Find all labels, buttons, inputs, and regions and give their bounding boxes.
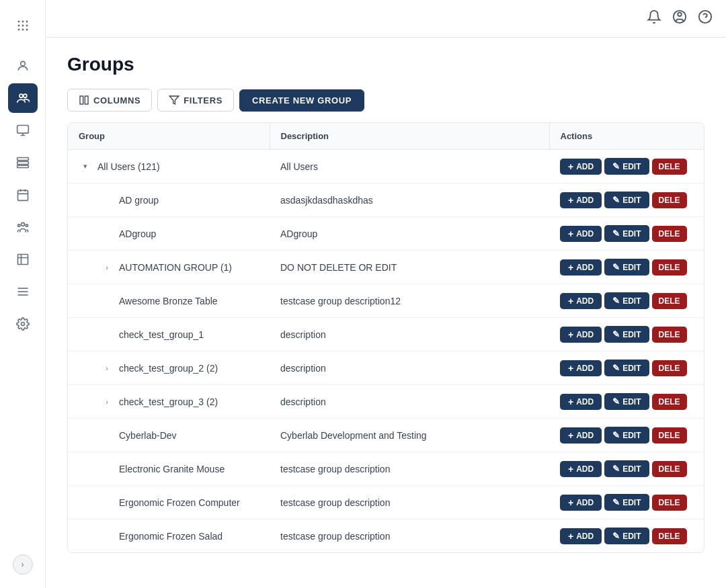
- columns-button[interactable]: COLUMNS: [67, 89, 152, 112]
- delete-button[interactable]: DELE: [652, 259, 687, 276]
- group-cell: Awesome Bronze Table: [79, 296, 259, 306]
- expand-icon[interactable]: ›: [100, 261, 114, 274]
- svg-rect-29: [80, 96, 83, 104]
- actions-cell: + ADD✎ EDITDELE: [560, 259, 693, 276]
- table-row: ADgroupADgroup+ ADD✎ EDITDELE: [68, 217, 704, 251]
- group-name: Cyberlab-Dev: [119, 430, 177, 441]
- svg-rect-30: [85, 96, 88, 104]
- actions-cell: + ADD✎ EDITDELE: [560, 192, 693, 208]
- table-row: ›AUTOMATION GROUP (1)DO NOT DELETE OR ED…: [68, 251, 704, 284]
- group-name: check_test_group_2 (2): [119, 363, 218, 374]
- sidebar: ›: [0, 0, 46, 588]
- edit-button[interactable]: ✎ EDIT: [604, 326, 649, 343]
- edit-button[interactable]: ✎ EDIT: [604, 460, 649, 477]
- actions-cell: + ADD✎ EDITDELE: [560, 158, 693, 175]
- add-button[interactable]: + ADD: [560, 461, 602, 477]
- sidebar-item-settings[interactable]: [8, 309, 38, 339]
- actions-cell: + ADD✎ EDITDELE: [560, 225, 693, 242]
- add-button[interactable]: + ADD: [560, 427, 602, 444]
- add-button[interactable]: + ADD: [560, 192, 602, 208]
- sidebar-collapse-button[interactable]: ›: [13, 554, 33, 575]
- sidebar-item-list[interactable]: [8, 277, 38, 306]
- delete-button[interactable]: DELE: [652, 159, 687, 175]
- group-name: Awesome Bronze Table: [119, 296, 218, 306]
- filters-button[interactable]: FILTERS: [157, 89, 234, 112]
- actions-cell: + ADD✎ EDITDELE: [560, 292, 693, 309]
- edit-button[interactable]: ✎ EDIT: [604, 158, 649, 175]
- delete-button[interactable]: DELE: [652, 226, 687, 242]
- add-button[interactable]: + ADD: [560, 495, 602, 511]
- edit-button[interactable]: ✎ EDIT: [604, 494, 649, 511]
- group-cell: check_test_group_1: [79, 329, 259, 340]
- expand-icon[interactable]: ▾: [79, 160, 92, 173]
- svg-point-2: [26, 21, 28, 23]
- add-button[interactable]: + ADD: [560, 226, 602, 242]
- sidebar-item-calendar[interactable]: [8, 180, 38, 210]
- create-new-group-button[interactable]: CREATE NEW GROUP: [239, 89, 364, 112]
- add-button[interactable]: + ADD: [560, 394, 602, 410]
- add-button[interactable]: + ADD: [560, 327, 602, 343]
- group-name: Ergonomic Frozen Computer: [119, 497, 240, 508]
- page-title: Groups: [67, 54, 704, 75]
- edit-button[interactable]: ✎ EDIT: [604, 225, 649, 242]
- add-button[interactable]: + ADD: [560, 259, 602, 276]
- description-cell: description: [270, 385, 549, 419]
- actions-cell: + ADD✎ EDITDELE: [560, 326, 693, 343]
- sidebar-item-table[interactable]: [8, 245, 38, 274]
- delete-button[interactable]: DELE: [652, 495, 687, 511]
- delete-button[interactable]: DELE: [652, 293, 687, 309]
- group-cell: ›AUTOMATION GROUP (1): [79, 261, 259, 274]
- expand-icon[interactable]: ›: [100, 395, 114, 409]
- user-profile-icon[interactable]: [672, 9, 687, 28]
- description-cell: description: [270, 318, 549, 351]
- groups-table: Group Description Actions ▾All Users (12…: [68, 123, 704, 552]
- groups-table-wrapper: Group Description Actions ▾All Users (12…: [67, 122, 704, 553]
- sidebar-bottom: ›: [13, 554, 33, 583]
- main-content: Groups COLUMNS FILTERS CREATE NEW GROUP: [46, 0, 726, 588]
- svg-rect-13: [17, 158, 28, 161]
- filters-label: FILTERS: [184, 95, 223, 106]
- delete-button[interactable]: DELE: [652, 461, 687, 477]
- svg-point-7: [22, 29, 24, 31]
- delete-button[interactable]: DELE: [652, 528, 687, 544]
- sidebar-top: [8, 5, 38, 48]
- sidebar-item-groups[interactable]: [8, 83, 38, 113]
- add-button[interactable]: + ADD: [560, 528, 602, 544]
- help-icon[interactable]: [698, 9, 713, 28]
- delete-button[interactable]: DELE: [652, 427, 687, 444]
- content-area: Groups COLUMNS FILTERS CREATE NEW GROUP: [46, 38, 726, 588]
- svg-rect-14: [17, 161, 28, 164]
- add-button[interactable]: + ADD: [560, 159, 602, 175]
- delete-button[interactable]: DELE: [652, 192, 687, 208]
- edit-button[interactable]: ✎ EDIT: [604, 259, 649, 276]
- columns-label: COLUMNS: [93, 95, 140, 106]
- delete-button[interactable]: DELE: [652, 360, 687, 376]
- table-row: ›check_test_group_3 (2)description+ ADD✎…: [68, 385, 704, 419]
- notification-bell-icon[interactable]: [647, 9, 661, 28]
- add-button[interactable]: + ADD: [560, 293, 602, 309]
- table-row: ›check_test_group_2 (2)description+ ADD✎…: [68, 351, 704, 385]
- group-cell: AD group: [79, 195, 259, 206]
- delete-button[interactable]: DELE: [652, 394, 687, 410]
- edit-button[interactable]: ✎ EDIT: [604, 393, 649, 410]
- description-cell: description: [270, 351, 549, 385]
- sidebar-item-server[interactable]: [8, 148, 38, 177]
- edit-button[interactable]: ✎ EDIT: [604, 427, 649, 444]
- group-cell: Cyberlab-Dev: [79, 430, 259, 441]
- description-cell: testcase group description: [270, 452, 549, 486]
- description-cell: All Users: [270, 150, 549, 183]
- edit-button[interactable]: ✎ EDIT: [604, 292, 649, 309]
- delete-button[interactable]: DELE: [652, 327, 687, 343]
- sidebar-item-team[interactable]: [8, 212, 38, 242]
- group-name: AD group: [119, 195, 159, 206]
- sidebar-item-users[interactable]: [8, 51, 38, 81]
- edit-button[interactable]: ✎ EDIT: [604, 192, 649, 208]
- edit-button[interactable]: ✎ EDIT: [604, 360, 649, 376]
- svg-point-19: [26, 224, 28, 226]
- sidebar-item-grid[interactable]: [8, 11, 38, 40]
- sidebar-item-monitor[interactable]: [8, 116, 38, 145]
- expand-icon[interactable]: ›: [100, 362, 114, 375]
- edit-button[interactable]: ✎ EDIT: [604, 528, 649, 544]
- table-row: Ergonomic Frozen Computertestcase group …: [68, 486, 704, 519]
- add-button[interactable]: + ADD: [560, 360, 602, 376]
